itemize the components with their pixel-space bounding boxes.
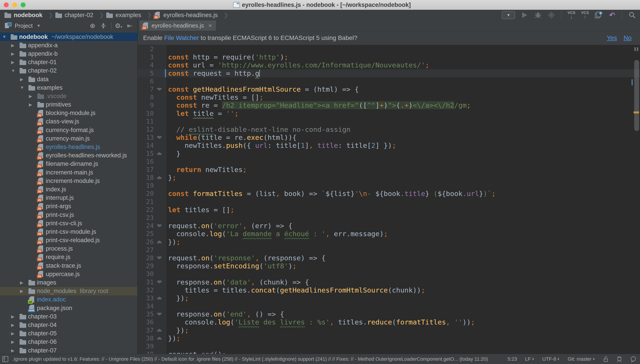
code-line-36[interactable]: console.log('Liste des livres : %s', tit…: [166, 318, 640, 326]
code-line-38[interactable]: });: [166, 334, 640, 342]
banner-no-link[interactable]: No: [623, 34, 631, 42]
fold-end-icon[interactable]: [157, 296, 161, 300]
banner-yes-link[interactable]: Yes: [607, 34, 617, 42]
code-line-28[interactable]: request.on('response', (response) => {: [166, 254, 640, 262]
status-message[interactable]: .ignore plugin updated to v1.6: Features…: [13, 356, 508, 362]
encoding-select[interactable]: UTF-8▲▼: [542, 356, 560, 362]
code-line-17[interactable]: return newTitles;: [166, 166, 640, 174]
code-line-18[interactable]: };: [166, 174, 640, 182]
code-line-27[interactable]: [166, 246, 640, 254]
code-line-25[interactable]: console.log('La demande a échoué : ', er…: [166, 230, 640, 238]
close-window-button[interactable]: [4, 2, 9, 7]
fold-start-icon[interactable]: [157, 280, 161, 284]
breadcrumb-item-eyrolles-headlines.js[interactable]: JSeyrolles-headlines.js❯: [154, 12, 231, 19]
tree-item-package.json[interactable]: JSONpackage.json: [0, 304, 137, 312]
fold-end-icon[interactable]: [157, 329, 161, 332]
tree-item-interrupt.js[interactable]: JSinterrupt.js: [0, 194, 137, 202]
stripe-warning-mark[interactable]: [633, 112, 639, 114]
editor-scrollbar-thumb[interactable]: [634, 60, 639, 131]
code-line-19[interactable]: [166, 182, 640, 190]
code-line-37[interactable]: });: [166, 326, 640, 334]
tree-item-images[interactable]: ▶images: [0, 278, 137, 287]
undo-button[interactable]: ↶: [608, 11, 616, 20]
fold-start-icon[interactable]: [157, 88, 161, 91]
chevron-down-icon[interactable]: ▼: [37, 24, 41, 28]
tree-item-chapter-05[interactable]: ▶chapter-05: [0, 330, 137, 338]
breadcrumb-item-nodebook[interactable]: nodebook❯: [5, 12, 55, 19]
tree-item-print-csv-module.js[interactable]: JSprint-csv-module.js: [0, 228, 137, 236]
hide-panel-button[interactable]: ⇤: [127, 23, 132, 29]
tree-item-blocking-module.js[interactable]: JSblocking-module.js: [0, 109, 137, 118]
tree-item-filename-dirname.js[interactable]: JSfilename-dirname.js: [0, 160, 137, 168]
editor-code[interactable]: const http = require('http');const url =…: [166, 45, 640, 354]
code-line-14[interactable]: newTitles.push({ url: title[1], title: t…: [166, 142, 640, 149]
minimize-window-button[interactable]: [12, 2, 17, 7]
tab-eyrolles-headlines[interactable]: JS eyrolles-headlines.js ×: [140, 20, 216, 31]
local-history-button[interactable]: [595, 11, 603, 20]
tree-item-chapter-03[interactable]: ▶chapter-03: [0, 312, 137, 321]
tree-item-appendix-a[interactable]: ▶appendix-a: [0, 41, 137, 50]
breadcrumb-item-examples[interactable]: examples❯: [106, 12, 154, 19]
fold-end-icon[interactable]: [157, 240, 161, 243]
caret-position[interactable]: 5:23: [508, 356, 517, 362]
tree-item-eyrolles-headlines-reworked.js[interactable]: JSeyrolles-headlines-reworked.js: [0, 151, 137, 160]
code-line-32[interactable]: titles = titles.concat(getHeadlinesFromH…: [166, 286, 640, 294]
code-line-7[interactable]: const getHeadlinesFromHtmlSource = (html…: [166, 85, 640, 93]
tree-item-.vscode[interactable]: ▶.vscode: [0, 92, 137, 100]
tree-item-chapter-02[interactable]: ▼chapter-02: [0, 66, 137, 75]
git-branch-select[interactable]: Git: master▲▼: [568, 356, 595, 362]
tree-item-eyrolles-headlines.js[interactable]: JSeyrolles-headlines.js: [0, 143, 137, 151]
tree-item-examples[interactable]: ▼examples: [0, 84, 137, 92]
fold-start-icon[interactable]: [157, 256, 161, 259]
tree-item-chapter-01[interactable]: ▶chapter-01: [0, 58, 137, 66]
code-line-21[interactable]: [166, 198, 640, 206]
close-tab-icon[interactable]: ×: [208, 22, 212, 29]
code-line-4[interactable]: const url = 'http://www.eyrolles.com/Inf…: [166, 61, 640, 69]
code-line-11[interactable]: [166, 118, 640, 126]
tree-item-node_modules[interactable]: ▶node_moduleslibrary root: [0, 287, 137, 296]
code-line-15[interactable]: }: [166, 149, 640, 157]
code-line-2[interactable]: [166, 45, 640, 53]
tree-item-uppercase.js[interactable]: JSuppercase.js: [0, 270, 137, 278]
event-log-button[interactable]: [630, 356, 636, 362]
tree-item-index.adoc[interactable]: adindex.adoc: [0, 296, 137, 304]
code-line-10[interactable]: let title = '';: [166, 110, 640, 118]
code-line-24[interactable]: request.on('error', (err) => {: [166, 222, 640, 230]
vcs-commit-button[interactable]: VCS ↑: [581, 11, 589, 20]
code-line-20[interactable]: const formatTitles = (list, book) => `${…: [166, 190, 640, 198]
fold-start-icon[interactable]: [157, 313, 161, 316]
project-panel-title[interactable]: Project: [15, 22, 33, 29]
code-line-26[interactable]: });: [166, 238, 640, 246]
tree-item-appendix-b[interactable]: ▶appendix-b: [0, 50, 137, 58]
code-line-40[interactable]: request.end();: [166, 350, 640, 354]
code-line-13[interactable]: while(title = re.exec(html)){: [166, 134, 640, 142]
code-line-6[interactable]: [166, 77, 640, 85]
tree-item-print-csv-cli.js[interactable]: JSprint-csv-cli.js: [0, 219, 137, 228]
search-everywhere-button[interactable]: [628, 11, 636, 20]
tree-item-require.js[interactable]: JSrequire.js: [0, 253, 137, 262]
code-line-35[interactable]: response.on('end', () => {: [166, 310, 640, 318]
code-line-3[interactable]: const http = require('http');: [166, 53, 640, 61]
code-line-22[interactable]: let titles = [];: [166, 206, 640, 214]
tree-item-print-csv-reloaded.js[interactable]: JSprint-csv-reloaded.js: [0, 236, 137, 244]
tree-item-chapter-06[interactable]: ▶chapter-06: [0, 338, 137, 346]
code-line-12[interactable]: // eslint-disable-next-line no-cond-assi…: [166, 126, 640, 134]
tree-item-process.js[interactable]: JSprocess.js: [0, 244, 137, 253]
toolwindow-switcher-icon[interactable]: [2, 356, 9, 362]
settings-gear-button[interactable]: ⚙▾: [115, 23, 122, 29]
tree-item-increment-module.js[interactable]: JSincrement-module.js: [0, 177, 137, 185]
code-line-34[interactable]: [166, 302, 640, 310]
fold-end-icon[interactable]: [157, 337, 161, 340]
tree-item-increment-main.js[interactable]: JSincrement-main.js: [0, 168, 137, 177]
run-button[interactable]: [521, 11, 528, 20]
editor[interactable]: 2345678910111213141516171819202122232425…: [138, 45, 640, 354]
tree-item-nodebook[interactable]: ▼nodebook~/workspace/nodebook: [0, 33, 137, 41]
vcs-update-button[interactable]: VCS ↓: [568, 11, 575, 20]
locate-file-button[interactable]: ⊕: [90, 23, 95, 29]
tree-item-chapter-07[interactable]: ▶chapter-07: [0, 346, 137, 354]
tree-item-class-view.js[interactable]: JSclass-view.js: [0, 118, 137, 126]
tree-item-print-csv.js[interactable]: JSprint-csv.js: [0, 211, 137, 219]
collapse-all-button[interactable]: [100, 23, 106, 29]
code-line-9[interactable]: const re = /h2 itemprop="Headline"><a hr…: [166, 101, 640, 109]
tree-item-currency-main.js[interactable]: JScurrency-main.js: [0, 134, 137, 143]
